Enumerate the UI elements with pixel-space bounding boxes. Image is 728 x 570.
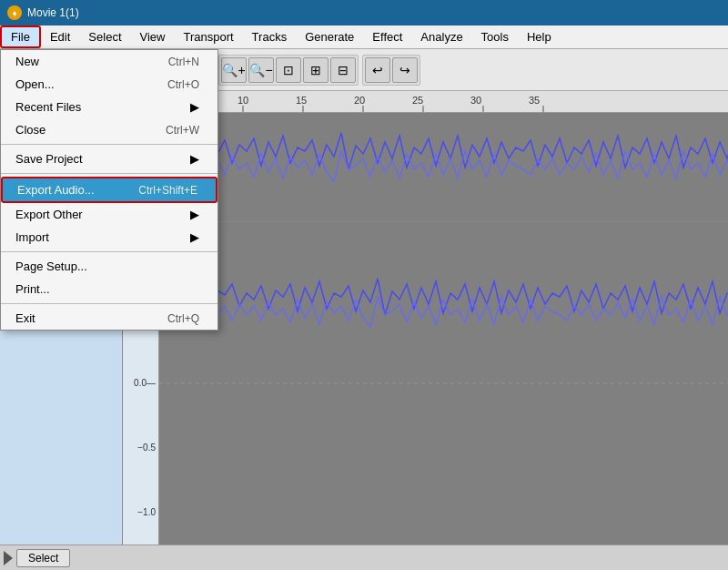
title-bar: ♦ Movie 1(1) [0, 0, 728, 25]
menu-exit[interactable]: Exit Ctrl+Q [1, 307, 217, 330]
file-dropdown: New Ctrl+N Open... Ctrl+O Recent Files ▶… [0, 49, 218, 331]
fit-project-button[interactable]: ⊡ [276, 57, 301, 83]
app-icon: ♦ [7, 5, 22, 20]
menu-import[interactable]: Import ▶ [1, 226, 217, 249]
bottom-status: Select [0, 545, 728, 570]
menu-file[interactable]: File [0, 25, 41, 48]
menu-effect[interactable]: Effect [363, 25, 411, 48]
separator1 [1, 144, 217, 145]
menu-recent-files[interactable]: Recent Files ▶ [1, 96, 217, 118]
menu-open[interactable]: Open... Ctrl+O [1, 73, 217, 96]
menu-save-project[interactable]: Save Project ▶ [1, 148, 217, 170]
undo-section: ↩ ↪ [362, 55, 420, 86]
svg-text:25: 25 [412, 95, 423, 106]
title-text: Movie 1(1) [27, 6, 79, 19]
separator3 [1, 251, 217, 252]
separator2 [1, 173, 217, 174]
scale--1.0: −1.0 [137, 507, 156, 517]
scale--0.5: −0.5 [137, 443, 156, 453]
waveform-svg-2 [159, 222, 728, 545]
menu-analyze[interactable]: Analyze [411, 25, 471, 48]
menu-bar: File Edit Select View Transport Tracks G… [0, 25, 728, 49]
menu-print[interactable]: Print... [1, 278, 217, 300]
menu-tracks[interactable]: Tracks [243, 25, 297, 48]
menu-help[interactable]: Help [518, 25, 561, 48]
svg-text:30: 30 [470, 95, 481, 106]
zoom-out-button[interactable]: 🔍− [248, 57, 274, 83]
svg-text:20: 20 [354, 95, 365, 106]
zoom-sel-button[interactable]: ⊞ [303, 57, 329, 83]
undo-button[interactable]: ↩ [365, 57, 390, 83]
zoom-section: 🔍+ 🔍− ⊡ ⊞ ⊟ [218, 55, 359, 86]
svg-text:15: 15 [296, 95, 307, 106]
menu-export-other[interactable]: Export Other ▶ [1, 203, 217, 226]
svg-text:35: 35 [529, 95, 540, 106]
select-mode-button[interactable]: Select [16, 549, 70, 567]
menu-new[interactable]: New Ctrl+N [1, 50, 217, 73]
redo-button[interactable]: ↪ [392, 57, 418, 83]
scroll-left-button[interactable] [4, 551, 13, 565]
menu-tools[interactable]: Tools [472, 25, 518, 48]
menu-close[interactable]: Close Ctrl+W [1, 118, 217, 141]
menu-generate[interactable]: Generate [296, 25, 363, 48]
separator4 [1, 303, 217, 304]
svg-text:10: 10 [238, 95, 248, 106]
menu-export-audio[interactable]: Export Audio... Ctrl+Shift+E [1, 177, 217, 203]
menu-select[interactable]: Select [79, 25, 130, 48]
menu-page-setup[interactable]: Page Setup... [1, 255, 217, 278]
waveform-2 [159, 222, 728, 545]
scale-0.0: 0.0— [134, 378, 156, 388]
menu-edit[interactable]: Edit [41, 25, 79, 48]
menu-view[interactable]: View [131, 25, 175, 48]
menu-transport[interactable]: Transport [174, 25, 242, 48]
select-label: Select [28, 552, 58, 565]
zoom-in-button[interactable]: 🔍+ [221, 57, 247, 83]
zoom-toggle-button[interactable]: ⊟ [330, 57, 356, 83]
